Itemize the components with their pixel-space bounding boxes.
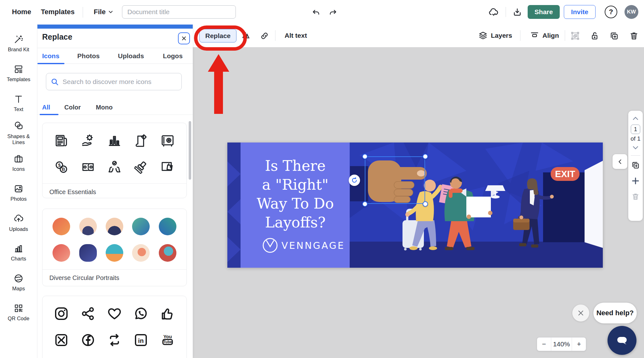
icon-blueprint-gear[interactable] xyxy=(128,127,154,154)
cloud-sync-button[interactable] xyxy=(488,7,499,18)
align-icon xyxy=(530,31,539,40)
filter-all[interactable]: All xyxy=(42,100,50,115)
icon-sticky-notes[interactable] xyxy=(154,154,181,180)
alt-text-button[interactable]: Alt text xyxy=(285,24,307,47)
redo-button[interactable] xyxy=(328,7,338,18)
add-page-button[interactable] xyxy=(630,175,641,187)
zoom-out-button[interactable]: − xyxy=(537,338,551,351)
avatar[interactable]: KW xyxy=(625,5,638,19)
invite-button[interactable]: Invite xyxy=(564,5,596,19)
icon-dollar-bitcoin-coins[interactable]: $B xyxy=(48,154,75,180)
rotate-handle[interactable] xyxy=(349,175,360,186)
nav-file-label: File xyxy=(94,8,106,16)
divider xyxy=(631,155,640,156)
filter-color[interactable]: Color xyxy=(64,100,81,115)
nav-home[interactable]: Home xyxy=(12,0,31,24)
replace-button[interactable]: Replace xyxy=(199,29,236,42)
tab-logos[interactable]: Logos xyxy=(163,48,183,64)
icon-bar-chart[interactable] xyxy=(101,127,128,154)
tab-icons[interactable]: Icons xyxy=(42,48,59,64)
need-help-bubble[interactable]: Need help? xyxy=(593,303,637,323)
nav-file-menu[interactable]: File xyxy=(94,0,113,24)
panel-scrollbar[interactable] xyxy=(189,121,191,180)
icon-facebook[interactable] xyxy=(75,327,101,353)
flip-button[interactable] xyxy=(240,30,251,42)
icon-instagram[interactable] xyxy=(48,300,75,327)
delete-button[interactable] xyxy=(628,30,640,42)
sidebar-item-qr-code[interactable]: QR Code xyxy=(0,297,37,327)
sidebar-item-charts[interactable]: Charts xyxy=(0,238,37,267)
sidebar-item-icons[interactable]: Icons xyxy=(0,148,37,178)
sidebar-item-templates[interactable]: Templates xyxy=(0,58,37,88)
portrait-8[interactable] xyxy=(101,240,128,266)
icon-invoice-printer[interactable] xyxy=(48,127,75,154)
icon-stamp[interactable] xyxy=(128,154,154,180)
selection-handle-bottom-right[interactable] xyxy=(423,201,428,207)
svg-text:$: $ xyxy=(58,163,61,168)
portrait-7[interactable] xyxy=(75,240,101,266)
portrait-1[interactable] xyxy=(48,213,75,240)
portrait-2[interactable] xyxy=(75,213,101,240)
page-down-button[interactable] xyxy=(630,143,641,152)
duplicate-page-button[interactable] xyxy=(630,159,641,171)
download-button[interactable] xyxy=(512,7,523,18)
layers-icon xyxy=(478,31,488,40)
link-button[interactable] xyxy=(259,30,270,42)
layers-button[interactable]: Layers xyxy=(478,24,512,47)
chat-button[interactable] xyxy=(608,326,636,355)
icon-whatsapp[interactable] xyxy=(128,300,154,327)
canvas-area[interactable]: EXIT Is There a "Right" Way To Do Layoff… xyxy=(193,47,644,358)
icon-hand-gear[interactable] xyxy=(75,127,101,154)
icon-set-office-essentials: $B Office Essentials xyxy=(42,123,187,198)
nav-templates[interactable]: Templates xyxy=(41,0,75,24)
panel-close-button[interactable] xyxy=(178,32,190,44)
dismiss-help-button[interactable] xyxy=(572,305,589,322)
unlock-icon xyxy=(590,31,599,41)
page-up-button[interactable] xyxy=(630,115,641,123)
icon-heart[interactable] xyxy=(101,300,128,327)
sidebar-item-brand-kit[interactable]: Brand Kit xyxy=(0,28,37,58)
sidebar-item-uploads[interactable]: Uploads xyxy=(0,208,37,238)
sidebar-item-photos[interactable]: Photos xyxy=(0,178,37,208)
duplicate-plus-icon xyxy=(609,31,619,41)
portrait-10[interactable] xyxy=(154,240,181,266)
page-number[interactable]: 1 xyxy=(631,125,640,134)
portrait-3[interactable] xyxy=(101,213,128,240)
duplicate-button[interactable] xyxy=(608,30,620,42)
sidebar-item-shapes-lines[interactable]: Shapes & Lines xyxy=(0,118,37,148)
portrait-6[interactable] xyxy=(48,240,75,266)
tab-photos[interactable]: Photos xyxy=(77,48,100,64)
zoom-in-button[interactable]: + xyxy=(572,338,586,351)
collapse-page-rail-button[interactable] xyxy=(613,154,627,169)
selection-handle-bottom-left[interactable] xyxy=(362,201,368,207)
icon-share-nodes[interactable] xyxy=(75,300,101,327)
sidebar-item-text[interactable]: Text xyxy=(0,88,37,118)
delete-page-button[interactable] xyxy=(630,191,641,202)
icon-split-banknote[interactable] xyxy=(75,154,101,180)
icon-youtube[interactable]: YouTube xyxy=(154,327,181,353)
group-button[interactable] xyxy=(569,30,581,42)
document-title-input[interactable] xyxy=(122,5,236,19)
undo-button[interactable] xyxy=(311,7,321,18)
design-page[interactable]: EXIT Is There a "Right" Way To Do Layoff… xyxy=(227,143,603,268)
icon-thumbs-up[interactable] xyxy=(154,300,181,327)
selection-handle-top-left[interactable] xyxy=(362,154,368,159)
icon-meeting-check[interactable] xyxy=(101,154,128,180)
help-button[interactable]: ? xyxy=(605,6,617,18)
icon-repost[interactable] xyxy=(101,327,128,353)
lock-button[interactable] xyxy=(589,30,600,42)
portrait-5[interactable] xyxy=(154,213,181,240)
portrait-4[interactable] xyxy=(128,213,154,240)
close-icon xyxy=(181,35,187,42)
tab-uploads[interactable]: Uploads xyxy=(118,48,144,64)
icon-linkedin[interactable]: in xyxy=(128,327,154,353)
share-button[interactable]: Share xyxy=(528,5,560,19)
icon-x-twitter[interactable] xyxy=(48,327,75,353)
filter-mono[interactable]: Mono xyxy=(96,100,113,115)
sidebar-item-maps[interactable]: Maps xyxy=(0,267,37,297)
selection-handle-top-right[interactable] xyxy=(423,154,428,159)
icon-safe[interactable] xyxy=(154,127,181,154)
portrait-9[interactable] xyxy=(128,240,154,266)
search-input[interactable] xyxy=(63,78,177,86)
align-button[interactable]: Align xyxy=(530,24,559,47)
